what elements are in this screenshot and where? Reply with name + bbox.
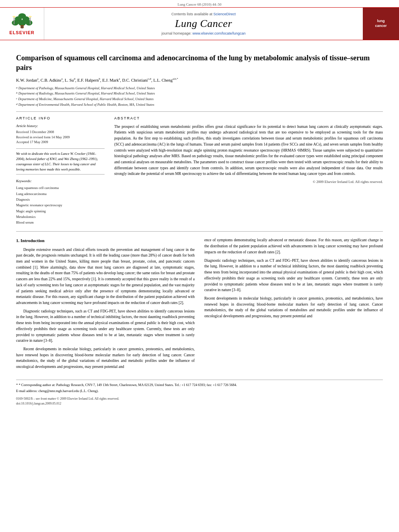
elsevier-logo: ELSEVIER	[0, 8, 44, 40]
abstract-text: The prospect of establishing serum metab…	[114, 124, 383, 185]
right-para1: ence of symptoms demonstrating locally a…	[204, 237, 383, 255]
copyright-line: © 2009 Elsevier Ireland Ltd. All rights …	[114, 179, 383, 185]
article-content: Comparison of squamous cell carcinoma an…	[0, 40, 399, 406]
received-revised-date: Received in revised form 14 May 2009	[16, 135, 105, 140]
svg-rect-7	[14, 16, 14, 24]
body-right-col: ence of symptoms demonstrating locally a…	[204, 237, 383, 372]
divider-1	[16, 111, 383, 112]
kw-6: Metabolomics	[16, 214, 105, 219]
abstract-heading: ABSTRACT	[114, 116, 383, 121]
kw-3: Diagnosis	[16, 197, 105, 202]
body-two-col: 1. Introduction Despite extensive resear…	[16, 237, 383, 372]
abstract-col: ABSTRACT The prospect of establishing se…	[114, 116, 383, 226]
logo-line1: lung	[375, 19, 387, 24]
science-direct-line: Contents lists available at ScienceDirec…	[171, 12, 236, 16]
kw-2: Lung adenocarcinoma	[16, 191, 105, 196]
logo-text: lung cancer	[375, 19, 387, 28]
journal-header: ELSEVIER Contents lists available at Sci…	[0, 7, 399, 40]
svg-point-8	[12, 16, 16, 17]
issn-line: 0169-5002/$ – see front matter © 2009 El…	[16, 396, 383, 401]
contents-text: Contents lists available at	[171, 12, 212, 16]
lung-cancer-logo-box: lung cancer	[363, 8, 399, 40]
keywords-block: Keywords: Lung squamous cell carcinoma L…	[16, 179, 105, 225]
right-para2: Diagnostic radiology techniques, such as…	[204, 258, 383, 293]
citation-bar: Lung Cancer 68 (2010) 44–50	[0, 0, 399, 7]
intro-para3: Recent developments in molecular biology…	[16, 346, 195, 370]
accepted-date: Accepted 17 May 2009	[16, 140, 105, 144]
authors-line: K.W. Jordana, C.B. Adkinsa, L. Sud, E.F.…	[16, 77, 383, 83]
article-history-block: Article history: Received 3 December 200…	[16, 123, 105, 144]
divider-2	[16, 231, 383, 232]
science-direct-link[interactable]: ScienceDirect	[214, 12, 236, 16]
svg-point-4	[25, 20, 32, 25]
logo-line2: cancer	[375, 24, 387, 29]
kw-5: Magic angle spinning	[16, 209, 105, 214]
journal-center: Contents lists available at ScienceDirec…	[44, 8, 363, 40]
citation-text: Lung Cancer 68 (2010) 44–50	[178, 2, 222, 6]
article-info-col: ARTICLE INFO Article history: Received 3…	[16, 116, 105, 226]
doi-line: doi:10.1016/j.lungcan.2009.05.012	[16, 401, 383, 406]
affiliations: a Department of Pathology, Massachusetts…	[16, 86, 383, 107]
affil-c: Department of Medicine, Massachusetts Ge…	[18, 97, 154, 102]
body-left-col: 1. Introduction Despite extensive resear…	[16, 237, 195, 372]
journal-title: Lung Cancer	[175, 18, 232, 30]
right-para3: Recent developments in molecular biology…	[204, 296, 383, 319]
keywords-label: Keywords:	[16, 179, 105, 184]
two-col-layout: ARTICLE INFO Article history: Received 3…	[16, 116, 383, 226]
kw-1: Lung squamous cell carcinoma	[16, 185, 105, 190]
kw-4: Magnetic resonance spectroscopy	[16, 203, 105, 207]
homepage-label: journal homepage:	[161, 31, 192, 35]
footnote-section: * * Corresponding author at: Pathology R…	[16, 380, 383, 407]
svg-point-10	[29, 16, 32, 17]
article-title: Comparison of squamous cell carcinoma an…	[16, 53, 383, 73]
svg-point-11	[21, 26, 23, 27]
affil-d: Department of Environmental Health, Harv…	[19, 102, 154, 108]
intro-para1: Despite extensive research and clinical …	[16, 247, 195, 306]
corresponding-author-note: * * Corresponding author at: Pathology R…	[16, 382, 383, 388]
page: Lung Cancer 68 (2010) 44–50	[0, 0, 399, 532]
svg-point-5	[18, 20, 26, 26]
received-date: Received 3 December 2008	[16, 129, 105, 134]
intro-heading: 1. Introduction	[16, 237, 195, 244]
svg-rect-12	[22, 27, 23, 29]
history-label: Article history:	[16, 123, 105, 129]
email-line: E-mail address: cheng@nmr.mgh.harvard.ed…	[16, 388, 383, 394]
elsevier-tree-icon	[10, 13, 34, 29]
abstract-para: The prospect of establishing serum metab…	[114, 124, 383, 177]
svg-point-3	[12, 20, 19, 25]
svg-rect-9	[30, 16, 31, 24]
article-info-heading: ARTICLE INFO	[16, 116, 105, 121]
kw-7: Blood serum	[16, 220, 105, 225]
affil-b: Department of Radiology, Massachusetts G…	[19, 91, 155, 97]
intro-para2: Diagnostic radiology techniques, such as…	[16, 308, 195, 344]
doi-text: doi:10.1016/j.lungcan.2009.05.012	[16, 402, 61, 405]
elsevier-text: ELSEVIER	[9, 30, 34, 35]
corresponding-author-text: * Corresponding author at: Pathology Res…	[19, 383, 237, 387]
homepage-link[interactable]: www.elsevier.com/locate/lungcan	[192, 31, 245, 35]
journal-homepage: journal homepage: www.elsevier.com/locat…	[161, 31, 245, 35]
dedication-block: We wish to dedicate this work to Lance W…	[16, 148, 105, 175]
affil-a: Department of Pathology, Massachusetts G…	[19, 86, 155, 91]
